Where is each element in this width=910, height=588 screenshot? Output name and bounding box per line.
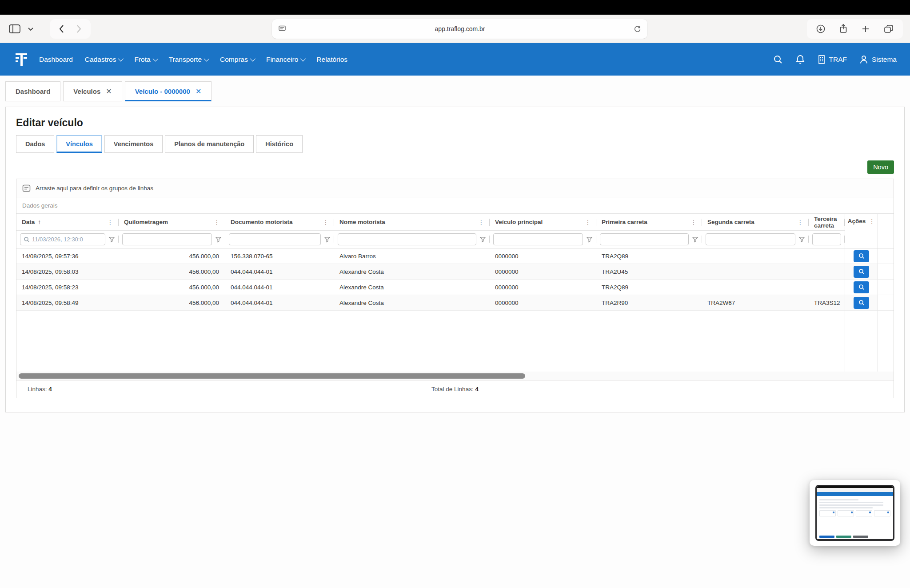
row-group-dropzone[interactable]: Arraste aqui para definir os grupos de l… bbox=[16, 179, 894, 197]
filter-funnel-icon[interactable] bbox=[798, 236, 805, 243]
forward-icon[interactable] bbox=[76, 24, 82, 33]
kebab-menu-icon[interactable]: ⋮ bbox=[869, 218, 875, 225]
view-row-button[interactable] bbox=[854, 266, 869, 278]
editor-tab-planos-de-manuten-o[interactable]: Planos de manutenção bbox=[165, 135, 254, 153]
filter-placeholder: 11/03/2026, 12:30:0 bbox=[32, 236, 83, 243]
page-tab-dashboard[interactable]: Dashboard bbox=[5, 81, 60, 101]
address-bar[interactable]: app.traflog.com.br bbox=[272, 19, 647, 39]
download-icon[interactable] bbox=[816, 24, 826, 34]
grid-cell: 044.044.044-01 bbox=[225, 280, 334, 295]
column-header-documento-motorista[interactable]: Documento motorista⋮ bbox=[225, 214, 334, 230]
filter-funnel-icon[interactable] bbox=[692, 236, 698, 243]
chevron-down-icon bbox=[204, 56, 210, 62]
horizontal-scrollbar[interactable] bbox=[16, 372, 894, 380]
kebab-menu-icon[interactable]: ⋮ bbox=[478, 219, 484, 226]
kebab-menu-icon[interactable]: ⋮ bbox=[214, 219, 220, 226]
company-switcher[interactable]: TRAF bbox=[818, 55, 847, 64]
editor-tab-dados[interactable]: Dados bbox=[16, 135, 54, 153]
group-label: Dados gerais bbox=[22, 202, 58, 209]
url-text: app.traflog.com.br bbox=[286, 25, 634, 32]
scrollbar-thumb[interactable] bbox=[19, 373, 525, 379]
view-row-button[interactable] bbox=[854, 250, 869, 262]
editor-tab-v-nculos[interactable]: Vínculos bbox=[56, 135, 102, 153]
sidebar-icon[interactable] bbox=[8, 24, 21, 34]
nav-item-frota[interactable]: Frota bbox=[134, 56, 156, 64]
filter-input-ve-culo-principal[interactable] bbox=[493, 233, 583, 245]
kebab-menu-icon[interactable]: ⋮ bbox=[107, 219, 113, 226]
chevron-down-icon[interactable] bbox=[28, 27, 34, 31]
dropzone-label: Arraste aqui para definir os grupos de l… bbox=[36, 185, 153, 192]
view-row-button[interactable] bbox=[854, 297, 869, 309]
nav-item-dashboard[interactable]: Dashboard bbox=[39, 56, 73, 64]
share-icon[interactable] bbox=[839, 24, 848, 34]
grid-cell: Alexandre Costa bbox=[334, 295, 490, 310]
filter-funnel-icon[interactable] bbox=[324, 236, 331, 243]
user-menu[interactable]: Sistema bbox=[859, 55, 897, 64]
column-header-label: Data bbox=[22, 219, 35, 225]
close-icon[interactable]: ✕ bbox=[106, 87, 112, 96]
page-tab-ve-culos[interactable]: Veículos✕ bbox=[63, 81, 122, 101]
column-header-quilometragem[interactable]: Quilometragem⋮ bbox=[119, 214, 225, 230]
traflog-logo[interactable] bbox=[13, 50, 29, 69]
new-tab-icon[interactable] bbox=[861, 24, 870, 33]
back-icon[interactable] bbox=[59, 24, 64, 33]
column-header-segunda-carreta[interactable]: Segunda carreta⋮ bbox=[702, 214, 809, 230]
kebab-menu-icon[interactable]: ⋮ bbox=[585, 219, 591, 226]
nav-item-relatórios[interactable]: Relatórios bbox=[316, 56, 347, 64]
screen: app.traflog.com.br DashboardCadastrosFr bbox=[0, 0, 910, 588]
filter-cell bbox=[702, 231, 809, 248]
kebab-menu-icon[interactable]: ⋮ bbox=[797, 219, 803, 226]
grid-cell bbox=[809, 264, 845, 279]
close-icon[interactable]: ✕ bbox=[196, 87, 201, 96]
new-button[interactable]: Novo bbox=[867, 160, 894, 174]
nav-item-label: Relatórios bbox=[316, 56, 347, 64]
nav-item-financeiro[interactable]: Financeiro bbox=[266, 56, 304, 64]
nav-item-transporte[interactable]: Transporte bbox=[169, 56, 208, 64]
column-header-nome-motorista[interactable]: Nome motorista⋮ bbox=[334, 214, 490, 230]
column-header-label: Nome motorista bbox=[339, 219, 385, 225]
tabs-icon[interactable] bbox=[883, 24, 894, 34]
reload-icon[interactable] bbox=[634, 25, 641, 33]
nav-item-compras[interactable]: Compras bbox=[220, 56, 254, 64]
column-header-data[interactable]: Data↑⋮ bbox=[16, 214, 119, 230]
screenshot-thumbnail[interactable] bbox=[810, 480, 900, 546]
editor-tab-hist-rico[interactable]: Histórico bbox=[256, 135, 303, 153]
edit-vehicle-panel: Editar veículo DadosVínculosVencimentosP… bbox=[5, 107, 905, 412]
column-header-ve-culo-principal[interactable]: Veículo principal⋮ bbox=[490, 214, 596, 230]
editor-tab-vencimentos[interactable]: Vencimentos bbox=[104, 135, 163, 153]
nav-item-cadastros[interactable]: Cadastros bbox=[85, 56, 123, 64]
column-header-terceira-carreta[interactable]: Terceira carreta⋮ bbox=[809, 214, 845, 230]
filter-input-segunda-carreta[interactable] bbox=[706, 233, 795, 245]
filter-input-primeira-carreta[interactable] bbox=[600, 233, 689, 245]
grid-cell: Alexandre Costa bbox=[334, 264, 490, 279]
links-grid: Arraste aqui para definir os grupos de l… bbox=[16, 179, 894, 398]
filter-cell bbox=[596, 231, 702, 248]
filter-funnel-icon[interactable] bbox=[479, 236, 486, 243]
main-menu: DashboardCadastrosFrotaTransporteCompras… bbox=[39, 56, 347, 64]
filter-input-documento-motorista[interactable] bbox=[229, 233, 321, 245]
filter-input-data[interactable]: 11/03/2026, 12:30:0 bbox=[20, 233, 105, 245]
kebab-menu-icon[interactable]: ⋮ bbox=[323, 219, 329, 226]
filter-funnel-icon[interactable] bbox=[108, 236, 115, 243]
filter-input-terceira-carreta[interactable] bbox=[812, 233, 841, 245]
bell-icon[interactable] bbox=[795, 54, 805, 65]
search-icon[interactable] bbox=[773, 55, 783, 64]
grid-cell: 14/08/2025, 09:57:36 bbox=[16, 248, 119, 264]
grid-cell: 044.044.044-01 bbox=[225, 264, 334, 279]
grid-cell: Alexandre Costa bbox=[334, 280, 490, 295]
grid-filter-row: 11/03/2026, 12:30:0 bbox=[16, 231, 845, 248]
screenshot-mini-screen bbox=[817, 486, 893, 539]
filter-funnel-icon[interactable] bbox=[586, 236, 593, 243]
reader-icon[interactable] bbox=[278, 25, 286, 32]
column-header-primeira-carreta[interactable]: Primeira carreta⋮ bbox=[596, 214, 702, 230]
mac-menu-bar bbox=[0, 0, 910, 15]
filter-input-nome-motorista[interactable] bbox=[338, 233, 476, 245]
filter-funnel-icon[interactable] bbox=[215, 236, 222, 243]
kebab-menu-icon[interactable]: ⋮ bbox=[690, 219, 697, 226]
grid-cell: 044.044.044-01 bbox=[225, 295, 334, 310]
view-row-button[interactable] bbox=[854, 281, 869, 293]
grid-cell: 456.000,00 bbox=[119, 248, 225, 264]
page-tab-ve-culo-0000000[interactable]: Veículo - 0000000✕ bbox=[125, 81, 212, 101]
actions-empty-area bbox=[845, 311, 878, 372]
filter-input-quilometragem[interactable] bbox=[122, 233, 212, 245]
